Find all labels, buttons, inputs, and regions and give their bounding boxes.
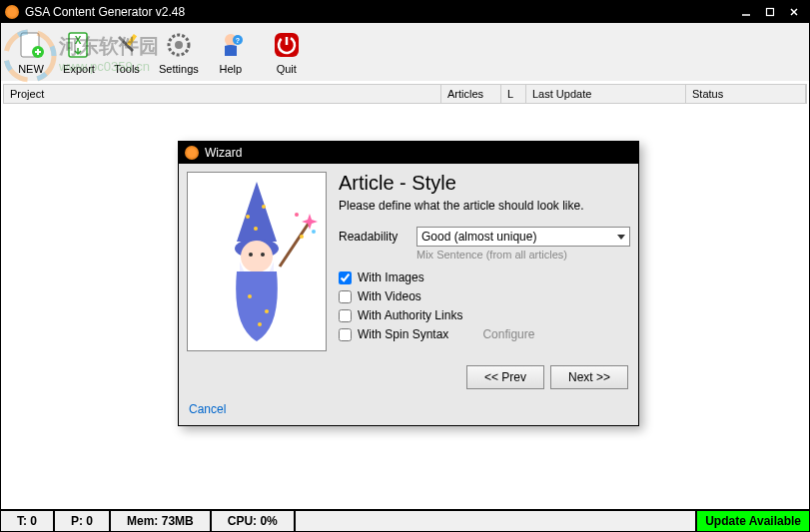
with-videos-checkbox[interactable] [339,290,352,303]
with-videos-check[interactable]: With Videos [339,289,630,303]
svg-point-16 [175,41,183,49]
col-articles[interactable]: Articles [441,85,501,103]
wizard-body: Article - Style Please define what the a… [179,164,638,359]
next-button[interactable]: Next >> [550,365,628,389]
project-table-header: Project Articles L Last Update Status [3,84,807,104]
svg-point-36 [300,235,304,239]
quit-button[interactable]: Quit [263,27,311,77]
svg-point-31 [248,294,252,298]
titlebar: GSA Content Generator v2.48 [1,1,809,23]
wizard-titlebar: Wizard [179,142,638,164]
chevron-down-icon [617,235,625,240]
prev-button[interactable]: << Prev [466,365,544,389]
export-icon: X [63,29,95,61]
with-spin-checkbox[interactable] [339,328,352,341]
settings-icon [163,29,195,61]
with-spin-check[interactable]: With Spin Syntax Configure [339,327,630,341]
status-p: P: 0 [55,511,111,531]
cancel-link[interactable]: Cancel [189,402,226,416]
with-images-label: With Images [358,270,424,284]
toolbar: 河东软件园 www.pc0359.cn NEW X Export Tools [1,23,809,82]
settings-label: Settings [159,63,199,75]
export-button[interactable]: X Export [55,27,103,77]
svg-point-25 [262,205,266,209]
new-icon [15,29,47,61]
with-authority-label: With Authority Links [358,308,462,322]
svg-marker-23 [237,182,277,242]
wizard-icon [185,146,199,160]
export-label: Export [63,63,95,75]
close-button[interactable] [783,4,805,20]
help-button[interactable]: ? Help [207,27,255,77]
minimize-button[interactable] [735,4,757,20]
new-label: NEW [18,63,44,75]
new-button[interactable]: NEW [7,27,55,77]
wizard-dialog: Wizard [178,141,639,426]
settings-button[interactable]: Settings [151,27,207,77]
status-cpu: CPU: 0% [212,511,296,531]
main-window: GSA Content Generator v2.48 河东软件园 www.pc… [0,0,810,532]
svg-rect-14 [127,34,137,46]
tools-icon [111,29,143,61]
svg-point-33 [258,322,262,326]
svg-point-26 [254,227,258,231]
wizard-image [187,172,327,351]
svg-point-28 [241,241,273,272]
wizard-heading: Article - Style [339,172,630,195]
wizard-buttons: << Prev Next >> [179,359,638,395]
content-area: Wizard [1,106,809,509]
svg-marker-35 [302,214,318,230]
close-icon [789,7,799,17]
status-mem: Mem: 73MB [111,511,212,531]
minimize-icon [741,7,751,17]
svg-line-34 [280,222,310,266]
svg-rect-1 [767,9,774,16]
wizard-title-text: Wizard [205,146,242,160]
svg-point-29 [249,253,253,257]
svg-point-38 [312,230,316,234]
maximize-icon [765,7,775,17]
with-videos-label: With Videos [358,289,421,303]
readability-label: Readability [339,230,416,244]
col-lastupdate[interactable]: Last Update [526,85,686,103]
wizard-subtitle: Please define what the article should lo… [339,199,630,213]
svg-text:X: X [75,35,82,46]
with-spin-label: With Spin Syntax [358,327,448,341]
status-t: T: 0 [1,511,55,531]
tools-button[interactable]: Tools [103,27,151,77]
col-status[interactable]: Status [686,85,806,103]
help-icon: ? [215,29,247,61]
update-available[interactable]: Update Available [697,511,809,531]
statusbar: T: 0 P: 0 Mem: 73MB CPU: 0% Update Avail… [1,509,809,531]
svg-point-30 [261,253,265,257]
app-icon [5,5,19,19]
col-l[interactable]: L [501,85,526,103]
svg-text:?: ? [236,37,240,44]
svg-point-32 [265,309,269,313]
status-spacer [296,511,697,531]
readability-select[interactable]: Good (almost unique) [416,227,630,247]
help-label: Help [219,63,242,75]
tools-label: Tools [114,63,140,75]
readability-hint: Mix Sentence (from all articles) [416,249,630,261]
configure-link: Configure [482,327,534,341]
col-project[interactable]: Project [4,85,441,103]
with-images-checkbox[interactable] [339,271,352,284]
with-authority-checkbox[interactable] [339,309,352,322]
wizard-footer: Cancel [179,395,638,425]
window-controls [735,4,805,20]
wizard-form: Article - Style Please define what the a… [339,172,630,351]
with-images-check[interactable]: With Images [339,270,630,284]
quit-label: Quit [277,63,297,75]
svg-point-24 [246,215,250,219]
readability-value: Good (almost unique) [421,230,536,244]
window-title: GSA Content Generator v2.48 [25,5,735,19]
readability-row: Readability Good (almost unique) [339,227,630,247]
maximize-button[interactable] [759,4,781,20]
with-authority-check[interactable]: With Authority Links [339,308,630,322]
quit-icon [271,29,303,61]
svg-point-37 [295,213,299,217]
